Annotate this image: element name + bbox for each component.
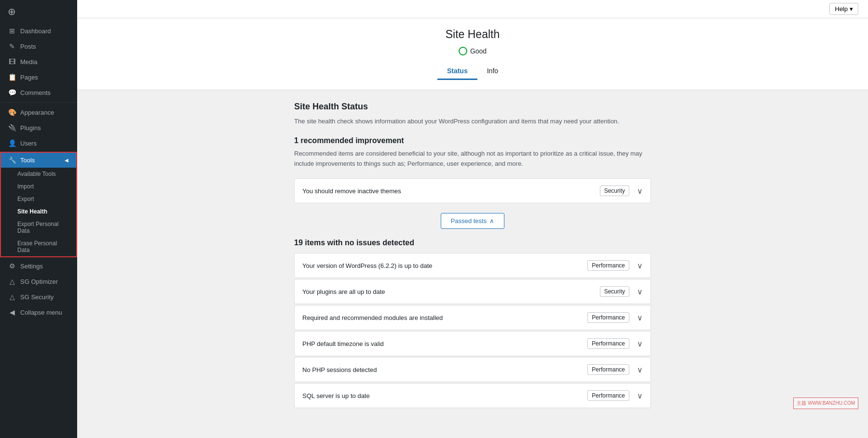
help-button[interactable]: Help ▾ [829, 3, 858, 15]
passed-tests-section: Passed tests ∧ [294, 213, 651, 229]
passed-item-3: PHP default timezone is valid Performanc… [294, 331, 651, 356]
recommended-title: 1 recommended improvement [294, 136, 651, 145]
sidebar-item-tools[interactable]: 🔧 Tools ◀ [1, 153, 76, 168]
comments-icon: 💬 [8, 89, 16, 96]
recommended-item-0: You should remove inactive themes Securi… [294, 178, 651, 203]
pages-icon: 📋 [8, 73, 16, 81]
item-badge: Performance [587, 312, 629, 323]
sidebar-item-pages[interactable]: 📋 Pages [0, 69, 77, 85]
sidebar-item-label: Dashboard [20, 27, 51, 35]
item-label: Your plugins are all up to date [302, 288, 594, 295]
tab-status[interactable]: Status [437, 63, 477, 80]
section-title: Site Health Status [294, 102, 651, 112]
item-badge: Security [600, 186, 629, 196]
sidebar-item-label: Settings [20, 263, 43, 270]
item-expand-button[interactable]: ∨ [637, 313, 643, 322]
passed-item-0: Your version of WordPress (6.2.2) is up … [294, 253, 651, 278]
sidebar-item-posts[interactable]: ✎ Posts [0, 39, 77, 54]
watermark: 主题 WWW.BANZHU.COM [793, 398, 858, 409]
sg-optimizer-icon: △ [8, 278, 16, 285]
sidebar-item-collapse[interactable]: ◀ Collapse menu [0, 305, 77, 320]
sidebar-item-label: Posts [20, 43, 36, 50]
collapse-icon: ◀ [8, 308, 16, 316]
item-expand-button[interactable]: ∨ [637, 339, 643, 348]
page-title: Site Health [87, 28, 858, 41]
tools-label: Tools [20, 157, 35, 164]
sidebar-item-comments[interactable]: 💬 Comments [0, 85, 77, 100]
item-badge: Performance [587, 338, 629, 349]
appearance-icon: 🎨 [8, 108, 16, 116]
help-arrow-icon: ▾ [850, 5, 853, 13]
tools-icon: 🔧 [9, 157, 16, 164]
item-label: SQL server is up to date [302, 392, 582, 399]
sidebar-item-media[interactable]: 🎞 Media [0, 54, 77, 69]
media-icon: 🎞 [8, 58, 16, 66]
tools-section: 🔧 Tools ◀ Available Tools Import Export … [0, 152, 77, 257]
passed-tests-arrow-icon: ∧ [489, 217, 494, 225]
item-label: PHP default timezone is valid [302, 340, 582, 347]
wp-logo: ⊕ [0, 0, 77, 23]
tools-arrow: ◀ [65, 158, 68, 163]
section-desc: The site health check shows information … [294, 117, 651, 127]
sidebar-item-sg-optimizer[interactable]: △ SG Optimizer [0, 274, 77, 289]
divider-1 [0, 102, 77, 103]
tabs: Status Info [87, 63, 858, 80]
plugins-icon: 🔌 [8, 124, 16, 132]
content-area: Site Health Good Status Info Site Health… [77, 18, 868, 438]
submenu-item-available-tools[interactable]: Available Tools [1, 168, 76, 180]
passed-item-4: No PHP sessions detected Performance ∨ [294, 357, 651, 382]
sidebar-item-label: Pages [20, 74, 38, 81]
sidebar-item-plugins[interactable]: 🔌 Plugins [0, 120, 77, 135]
item-label: You should remove inactive themes [302, 187, 594, 195]
sidebar-item-label: Users [20, 140, 37, 147]
item-expand-button[interactable]: ∨ [637, 391, 643, 400]
sidebar-item-users[interactable]: 👤 Users [0, 135, 77, 151]
page-header: Site Health Good Status Info [77, 18, 868, 90]
topbar: Help ▾ [77, 0, 868, 18]
submenu-item-export-personal[interactable]: Export Personal Data [1, 218, 76, 237]
passed-item-5: SQL server is up to date Performance ∨ [294, 383, 651, 408]
sidebar-item-label: Appearance [20, 109, 54, 116]
tab-info[interactable]: Info [477, 63, 508, 80]
main-area: Help ▾ Site Health Good Status Info Site… [77, 0, 868, 438]
users-icon: 👤 [8, 139, 16, 147]
sidebar-item-dashboard[interactable]: ⊞ Dashboard [0, 23, 77, 39]
health-indicator: Good [87, 47, 858, 55]
sidebar-item-label: Media [20, 58, 37, 66]
submenu-item-export[interactable]: Export [1, 193, 76, 205]
passed-item-1: Your plugins are all up to date Security… [294, 279, 651, 304]
wp-logo-icon: ⊕ [8, 6, 16, 17]
sidebar-item-label: SG Security [20, 293, 54, 301]
sidebar-item-label: SG Optimizer [20, 278, 58, 285]
item-expand-button[interactable]: ∨ [637, 287, 643, 296]
dashboard-icon: ⊞ [8, 27, 16, 35]
item-expand-button[interactable]: ∨ [637, 186, 643, 196]
sidebar-item-appearance[interactable]: 🎨 Appearance [0, 105, 77, 120]
submenu-item-import[interactable]: Import [1, 180, 76, 193]
item-label: No PHP sessions detected [302, 366, 582, 373]
passed-tests-button[interactable]: Passed tests ∧ [441, 213, 504, 229]
sidebar-item-label: Comments [20, 89, 51, 96]
sidebar-item-label: Collapse menu [20, 309, 62, 316]
sidebar-item-settings[interactable]: ⚙ Settings [0, 258, 77, 274]
item-label: Your version of WordPress (6.2.2) is up … [302, 262, 582, 269]
no-issues-title: 19 items with no issues detected [294, 239, 651, 247]
help-label: Help [835, 5, 848, 13]
passed-tests-label: Passed tests [451, 217, 487, 225]
sg-security-icon: △ [8, 293, 16, 301]
item-badge: Performance [587, 260, 629, 271]
item-badge: Performance [587, 390, 629, 401]
item-label: Required and recommended modules are ins… [302, 314, 582, 321]
health-circle-icon [459, 47, 467, 55]
health-label: Good [470, 47, 487, 55]
item-badge: Performance [587, 364, 629, 375]
item-expand-button[interactable]: ∨ [637, 365, 643, 374]
submenu-item-erase-personal[interactable]: Erase Personal Data [1, 237, 76, 256]
submenu-item-site-health[interactable]: Site Health [1, 205, 76, 218]
settings-icon: ⚙ [8, 262, 16, 270]
recommended-desc: Recommended items are considered benefic… [294, 149, 651, 169]
sidebar-item-sg-security[interactable]: △ SG Security [0, 289, 77, 305]
passed-item-2: Required and recommended modules are ins… [294, 305, 651, 330]
item-expand-button[interactable]: ∨ [637, 261, 643, 270]
main-section: Site Health Status The site health check… [285, 90, 661, 421]
